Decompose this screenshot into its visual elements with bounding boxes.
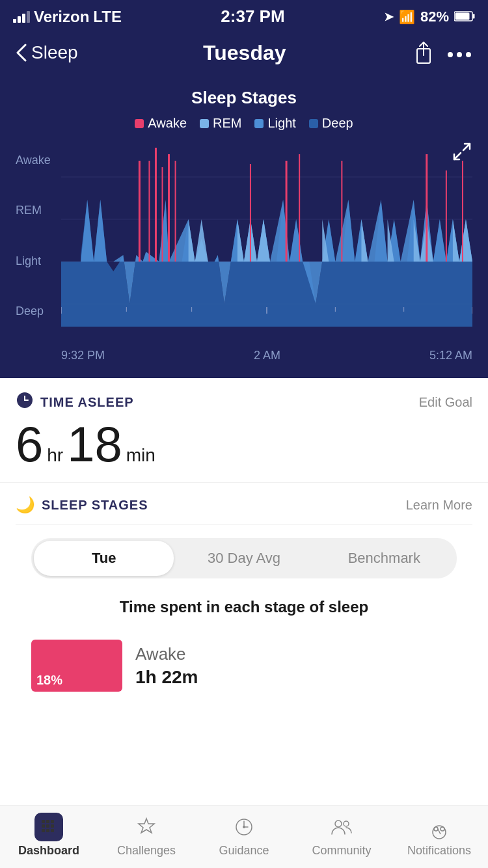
x-axis-labels: 9:32 PM 2 AM 5:12 AM bbox=[61, 349, 472, 362]
svg-rect-38 bbox=[46, 824, 49, 828]
carrier-label: Verizon bbox=[34, 8, 89, 26]
time-asleep-title: TIME ASLEEP bbox=[40, 395, 134, 410]
tab-30day[interactable]: 30 Day Avg bbox=[174, 541, 314, 576]
light-dot bbox=[254, 119, 264, 128]
status-time: 2:37 PM bbox=[221, 7, 284, 27]
sleep-stages-section: 🌙 SLEEP STAGES Learn More Tue 30 Day Avg… bbox=[0, 483, 488, 702]
sleep-chart: Awake REM Light Deep bbox=[16, 141, 472, 362]
page-header: Sleep Tuesday bbox=[0, 32, 488, 77]
nav-community[interactable]: Community bbox=[293, 813, 390, 858]
legend-awake: Awake bbox=[135, 116, 187, 131]
svg-rect-40 bbox=[42, 829, 45, 832]
svg-rect-41 bbox=[46, 829, 49, 832]
challenges-label: Challenges bbox=[117, 844, 176, 858]
svg-point-6 bbox=[466, 52, 471, 57]
stages-tabs: Tue 30 Day Avg Benchmark bbox=[31, 538, 457, 578]
deep-dot bbox=[309, 119, 318, 128]
dashboard-label: Dashboard bbox=[18, 844, 79, 858]
stages-title-wrap: 🌙 SLEEP STAGES bbox=[16, 496, 148, 514]
svg-rect-35 bbox=[46, 820, 49, 823]
y-label-deep: Deep bbox=[16, 305, 51, 317]
deep-label: Deep bbox=[322, 116, 353, 131]
svg-point-44 bbox=[243, 826, 245, 828]
signal-bars bbox=[13, 11, 30, 23]
header-actions bbox=[411, 38, 472, 67]
svg-rect-39 bbox=[51, 824, 54, 828]
hours-value: 6 bbox=[16, 420, 43, 469]
chart-title: Sleep Stages bbox=[16, 88, 472, 108]
y-label-awake: Awake bbox=[16, 154, 51, 166]
svg-rect-37 bbox=[42, 824, 45, 828]
status-left: Verizon LTE bbox=[13, 8, 122, 26]
svg-point-48 bbox=[434, 827, 438, 831]
location-icon: ➤ bbox=[384, 10, 394, 24]
edit-goal-button[interactable]: Edit Goal bbox=[419, 395, 472, 410]
share-button[interactable] bbox=[411, 38, 436, 67]
bluetooth-icon: 📶 bbox=[399, 9, 415, 25]
page-title: Tuesday bbox=[203, 41, 286, 65]
svg-rect-1 bbox=[473, 14, 475, 18]
tab-tue[interactable]: Tue bbox=[34, 541, 174, 576]
svg-point-4 bbox=[448, 52, 453, 57]
stages-subtitle: Time spent in each stage of sleep bbox=[16, 591, 472, 629]
minutes-value: 18 bbox=[67, 420, 122, 469]
legend-deep: Deep bbox=[309, 116, 353, 131]
time-asleep-display: 6 hr 18 min bbox=[16, 420, 472, 469]
sleep-stages-title: SLEEP STAGES bbox=[42, 498, 148, 513]
svg-point-49 bbox=[441, 827, 444, 831]
rem-dot bbox=[200, 119, 209, 128]
chart-svg-area bbox=[61, 141, 472, 330]
y-label-rem: REM bbox=[16, 204, 51, 216]
notifications-icon bbox=[425, 813, 454, 841]
nav-notifications[interactable]: Notifications bbox=[390, 813, 488, 858]
time-mid: 2 AM bbox=[254, 349, 280, 362]
nav-dashboard[interactable]: Dashboard bbox=[0, 813, 98, 858]
awake-info: Awake 1h 22m bbox=[135, 644, 198, 688]
status-right: ➤ 📶 82% bbox=[384, 8, 475, 25]
y-label-light: Light bbox=[16, 255, 51, 267]
sleep-stages-header: 🌙 SLEEP STAGES Learn More bbox=[16, 496, 472, 525]
nav-challenges[interactable]: Challenges bbox=[98, 813, 195, 858]
chart-legend: Awake REM Light Deep bbox=[16, 116, 472, 131]
y-axis-labels: Awake REM Light Deep bbox=[16, 154, 51, 317]
content-area: TIME ASLEEP Edit Goal 6 hr 18 min 🌙 SLEE… bbox=[0, 378, 488, 702]
network-label: LTE bbox=[93, 8, 122, 26]
learn-more-button[interactable]: Learn More bbox=[406, 498, 472, 513]
awake-stage-name: Awake bbox=[135, 644, 198, 664]
back-button[interactable]: Sleep bbox=[16, 42, 78, 63]
rem-label: REM bbox=[213, 116, 241, 131]
time-asleep-header: TIME ASLEEP Edit Goal bbox=[16, 391, 472, 413]
time-end: 5:12 AM bbox=[429, 349, 472, 362]
battery-label: 82% bbox=[420, 8, 449, 25]
bottom-navigation: Dashboard Challenges Guidance bbox=[0, 806, 488, 868]
light-label: Light bbox=[267, 116, 295, 131]
community-icon bbox=[327, 813, 356, 841]
more-button[interactable] bbox=[446, 42, 472, 63]
svg-point-5 bbox=[457, 52, 462, 57]
nav-guidance[interactable]: Guidance bbox=[195, 813, 293, 858]
svg-rect-2 bbox=[455, 12, 470, 20]
svg-rect-36 bbox=[51, 820, 54, 823]
dashboard-icon bbox=[34, 813, 63, 841]
guidance-icon bbox=[230, 813, 258, 841]
guidance-label: Guidance bbox=[219, 844, 269, 858]
awake-dot bbox=[135, 119, 144, 128]
svg-rect-34 bbox=[42, 820, 45, 823]
clock-icon bbox=[16, 391, 34, 413]
tab-benchmark[interactable]: Benchmark bbox=[314, 541, 454, 576]
chart-area: Sleep Stages Awake REM Light Deep bbox=[0, 77, 488, 378]
awake-stage-row: 18% Awake 1h 22m bbox=[16, 629, 472, 702]
svg-point-45 bbox=[335, 821, 342, 827]
moon-icon: 🌙 bbox=[16, 496, 35, 514]
svg-point-46 bbox=[344, 821, 349, 826]
status-bar: Verizon LTE 2:37 PM ➤ 📶 82% bbox=[0, 0, 488, 32]
awake-bar-container: 18% bbox=[31, 640, 122, 692]
hr-unit: hr bbox=[47, 445, 63, 466]
awake-stage-time: 1h 22m bbox=[135, 667, 198, 688]
battery-icon bbox=[454, 8, 475, 25]
back-label: Sleep bbox=[31, 42, 78, 63]
time-asleep-section: TIME ASLEEP Edit Goal 6 hr 18 min bbox=[0, 378, 488, 483]
awake-percent: 18% bbox=[36, 673, 62, 688]
awake-label: Awake bbox=[148, 116, 187, 131]
legend-rem: REM bbox=[200, 116, 241, 131]
